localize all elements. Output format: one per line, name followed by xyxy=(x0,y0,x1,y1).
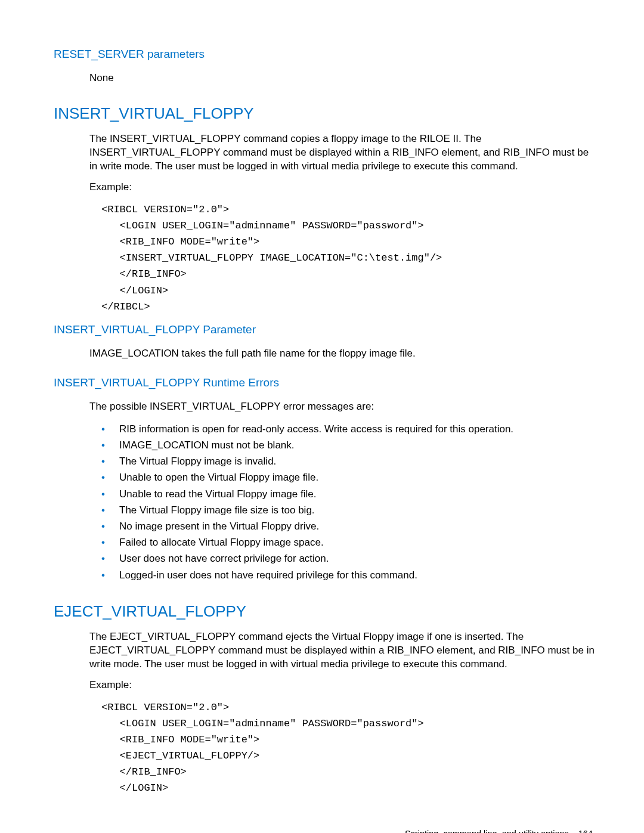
list-item: The Virtual Floppy image file size is to… xyxy=(113,502,596,518)
document-page: RESET_SERVER parameters None INSERT_VIRT… xyxy=(0,0,644,833)
error-list-ivf: RIB information is open for read-only ac… xyxy=(89,421,596,583)
heading-reset-server-parameters: RESET_SERVER parameters xyxy=(54,48,596,61)
list-item: No image present in the Virtual Floppy d… xyxy=(113,518,596,534)
heading-ivf-runtime-errors: INSERT_VIRTUAL_FLOPPY Runtime Errors xyxy=(54,376,596,389)
list-item: The Virtual Floppy image is invalid. xyxy=(113,453,596,469)
example-label-ivf: Example: xyxy=(54,181,596,194)
list-item: User does not have correct privilege for… xyxy=(113,550,596,566)
body-insert-virtual-floppy: The INSERT_VIRTUAL_FLOPPY command copies… xyxy=(54,132,596,174)
body-eject-virtual-floppy: The EJECT_VIRTUAL_FLOPPY command ejects … xyxy=(54,630,596,671)
heading-insert-virtual-floppy: INSERT_VIRTUAL_FLOPPY xyxy=(54,104,596,123)
heading-ivf-parameter: INSERT_VIRTUAL_FLOPPY Parameter xyxy=(54,323,596,336)
list-item: IMAGE_LOCATION must not be blank. xyxy=(113,437,596,453)
code-block-evf: <RIBCL VERSION="2.0"> <LOGIN USER_LOGIN=… xyxy=(54,699,596,797)
footer-page-number: 164 xyxy=(571,829,593,833)
list-item: Unable to open the Virtual Floppy image … xyxy=(113,469,596,485)
list-item: RIB information is open for read-only ac… xyxy=(113,421,596,437)
footer-text: Scripting, command line, and utility opt… xyxy=(405,829,569,833)
list-item: Unable to read the Virtual Floppy image … xyxy=(113,486,596,502)
code-block-ivf: <RIBCL VERSION="2.0"> <LOGIN USER_LOGIN=… xyxy=(54,202,596,315)
body-ivf-parameter: IMAGE_LOCATION takes the full path file … xyxy=(54,347,596,361)
example-label-evf: Example: xyxy=(54,679,596,692)
page-footer: Scripting, command line, and utility opt… xyxy=(54,805,596,833)
heading-eject-virtual-floppy: EJECT_VIRTUAL_FLOPPY xyxy=(54,602,596,621)
intro-ivf-errors: The possible INSERT_VIRTUAL_FLOPPY error… xyxy=(54,400,596,414)
body-reset-server-params: None xyxy=(54,72,596,85)
list-item: Failed to allocate Virtual Floppy image … xyxy=(113,534,596,550)
list-item: Logged-in user does not have required pr… xyxy=(113,567,596,583)
